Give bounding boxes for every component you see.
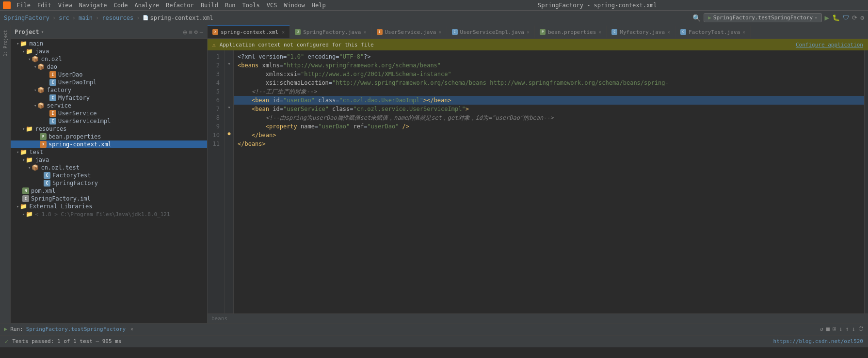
tab-spring-context[interactable]: X spring-context.xml × — [208, 25, 290, 38]
menu-code[interactable]: Code — [111, 1, 131, 10]
line-num-2: 2 — [208, 61, 222, 70]
tab-close-ft[interactable]: × — [742, 30, 745, 35]
fold-indicator-7[interactable]: ▾ — [227, 105, 230, 110]
tree-item-factorytest[interactable]: C FactoryTest — [11, 171, 207, 179]
tab-factorytest-java[interactable]: C FactoryTest.java × — [675, 26, 751, 38]
menu-refactor[interactable]: Refactor — [163, 1, 197, 10]
tab-userservice-java[interactable]: I UserService.java × — [372, 26, 447, 38]
folder-resources-icon: 📁 — [26, 125, 33, 132]
tree-item-test[interactable]: ▾ 📁 test — [11, 148, 207, 156]
breadcrumb-project[interactable]: SpringFactory — [4, 15, 49, 21]
code-line-6: <bean id="userDao" class="cn.ozl.dao.Use… — [234, 96, 864, 105]
tab-label-userserviceimpl: UserServiceImpl.java — [460, 29, 524, 35]
tab-springfactory-java[interactable]: J SpringFactory.java × — [290, 26, 371, 38]
tree-item-resources[interactable]: ▾ 📁 resources — [11, 125, 207, 133]
menu-analyze[interactable]: Analyze — [131, 1, 162, 10]
tree-item-factory[interactable]: ▾ 📦 factory — [11, 86, 207, 94]
tab-close-spring-context[interactable]: × — [282, 30, 285, 35]
code-line-8: <!--由spring为userDao属性赋值set来赋值，name的值就是se… — [234, 113, 864, 122]
app-icon — [3, 1, 11, 9]
code-editor[interactable]: <?xml version="1.0" encoding="UTF-8"?> <… — [234, 50, 864, 313]
tab-close-mf[interactable]: × — [667, 30, 670, 35]
tree-item-cn-ozl[interactable]: ▾ 📦 cn.ozl — [11, 55, 207, 63]
fold-indicator-2[interactable]: ▾ — [227, 61, 230, 66]
tree-item-springfactory[interactable]: C SpringFactory — [11, 179, 207, 187]
menu-navigate[interactable]: Navigate — [76, 1, 110, 10]
run-down-icon2[interactable]: ↓ — [852, 326, 855, 332]
tree-item-userserviceimpl[interactable]: C UserServiceImpl — [11, 117, 207, 125]
tree-item-myfactory[interactable]: C Myfactory — [11, 94, 207, 102]
sidebar-minimize-icon[interactable]: – — [200, 29, 203, 35]
run-clock-icon[interactable]: ⏱ — [858, 326, 864, 332]
tab-close-usi[interactable]: × — [527, 30, 530, 35]
tree-item-jdk[interactable]: ▸ 📁 < 1.8 > C:\Program Files\Java\jdk1.8… — [11, 210, 207, 218]
folder-extlibs-closed-icon: ▸ — [16, 204, 19, 209]
run-button[interactable]: ▶ — [825, 13, 830, 22]
sidebar-settings-icon[interactable]: ⚙ — [194, 29, 198, 35]
menu-window[interactable]: Window — [281, 1, 307, 10]
tree-item-dao[interactable]: ▾ 📦 dao — [11, 63, 207, 71]
breadcrumb-filename: spring-context.xml — [150, 15, 213, 21]
tree-item-pom[interactable]: M pom.xml — [11, 187, 207, 195]
tree-label-cn-ozl-test: cn.ozl.test — [41, 164, 79, 171]
folder-jdk-icon: 📁 — [26, 211, 33, 218]
tree-item-userdaoimpl[interactable]: C UserDaoImpl — [11, 78, 207, 86]
menu-view[interactable]: View — [55, 1, 75, 10]
menu-build[interactable]: Build — [198, 1, 221, 10]
tree-item-extlibs[interactable]: ▸ 📁 External Libraries — [11, 202, 207, 210]
tab-myfactory-java[interactable]: C Myfactory.java × — [607, 26, 675, 38]
configure-link[interactable]: Configure application — [796, 42, 863, 48]
tree-item-test-java[interactable]: ▾ 📁 java — [11, 156, 207, 164]
menu-tools[interactable]: Tools — [240, 1, 263, 10]
project-dropdown-icon[interactable]: ▾ — [41, 29, 44, 34]
run-up-icon[interactable]: ↑ — [846, 326, 849, 332]
run-close-icon[interactable]: × — [130, 327, 133, 332]
code-line-10: </bean> — [234, 131, 864, 140]
run-scroll-icon[interactable]: ↓ — [839, 326, 842, 332]
tree-item-cn-ozl-test[interactable]: ▾ 📦 cn.ozl.test — [11, 164, 207, 171]
tree-item-beanprops[interactable]: P bean.properties — [11, 133, 207, 140]
tab-bar: X spring-context.xml × J SpringFactory.j… — [208, 25, 868, 39]
run-play-icon[interactable]: ▶ — [4, 326, 7, 332]
tree-item-userdao[interactable]: I UserDao — [11, 71, 207, 78]
tree-item-service[interactable]: ▾ 📦 service — [11, 102, 207, 109]
settings-icon[interactable]: ⚙ — [860, 14, 864, 21]
breadcrumb-main[interactable]: main — [79, 15, 93, 21]
menu-edit[interactable]: Edit — [34, 1, 54, 10]
tree-item-spring-context-xml[interactable]: X spring-context.xml — [11, 140, 207, 148]
menu-file[interactable]: File — [14, 1, 33, 10]
tree-label-service: service — [47, 102, 71, 109]
menu-help[interactable]: Help — [309, 1, 329, 10]
run-rerun-icon[interactable]: ↺ — [820, 326, 823, 332]
tab-close-bp[interactable]: × — [598, 30, 601, 35]
tree-item-userservice[interactable]: I UserService — [11, 109, 207, 117]
breadcrumb-src[interactable]: src — [59, 15, 69, 21]
debug-button[interactable]: 🐛 — [832, 14, 840, 21]
tab-close-us[interactable]: × — [438, 30, 441, 35]
tab-label-springfactory: SpringFactory.java — [303, 29, 361, 35]
update-button[interactable]: ⟳ — [852, 14, 857, 21]
menu-run[interactable]: Run — [222, 1, 239, 10]
folder-extlibs-icon: 📁 — [20, 203, 27, 210]
tab-close-sf[interactable]: × — [363, 30, 366, 35]
navigate-icon[interactable]: 🔍 — [692, 14, 701, 22]
run-config-selector[interactable]: ▶ SpringFactory.testSpringFactory ▾ — [704, 13, 821, 22]
java-tab-icon-usi: C — [452, 29, 458, 35]
breadcrumb-resources[interactable]: resources — [102, 15, 133, 21]
collapse-all-icon[interactable]: ≡ — [189, 29, 192, 35]
run-filter-icon[interactable]: ⊞ — [833, 326, 836, 332]
run-stop-icon[interactable]: ■ — [826, 326, 830, 332]
menu-vcs[interactable]: VCS — [264, 1, 280, 10]
warning-gutter-10[interactable]: ● — [227, 131, 230, 136]
status-link[interactable]: https://blog.csdn.net/ozl520 — [773, 338, 863, 344]
tab-userserviceimpl-java[interactable]: C UserServiceImpl.java × — [447, 26, 535, 38]
tab-bean-properties[interactable]: P bean.properties × — [535, 26, 607, 38]
line-numbers: 1 2 3 4 5 6 7 8 9 10 11 — [208, 50, 225, 313]
locate-icon[interactable]: ◎ — [183, 29, 187, 35]
tree-item-java[interactable]: ▾ 📁 java — [11, 47, 207, 55]
tree-item-main[interactable]: ▾ 📁 main — [11, 40, 207, 47]
project-panel-label[interactable]: 1: Project — [2, 29, 9, 57]
coverage-button[interactable]: 🛡 — [843, 14, 849, 21]
scroll-indicator — [864, 50, 868, 313]
tree-item-iml[interactable]: I SpringFactory.iml — [11, 195, 207, 202]
